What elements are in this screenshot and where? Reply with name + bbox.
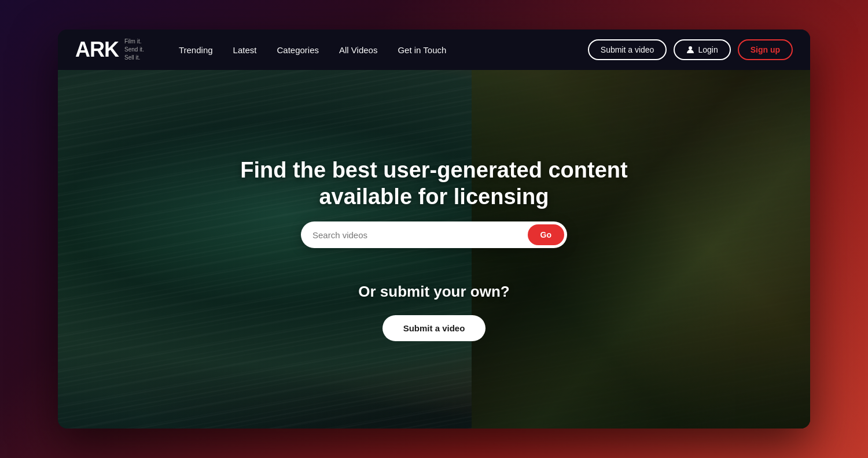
search-go-button[interactable]: Go [528,224,564,245]
svg-point-0 [689,46,692,50]
user-icon [686,46,694,54]
nav-all-videos[interactable]: All Videos [339,45,377,55]
hero-content: Find the best user-generated content ava… [203,157,665,341]
submit-video-hero-button[interactable]: Submit a video [382,315,486,341]
nav-links: Trending Latest Categories All Videos Ge… [179,45,588,55]
nav-trending[interactable]: Trending [179,45,213,55]
search-bar: Go [301,221,567,248]
logo-area: ARK Film it. Send it. Sell it. [75,38,144,62]
hero-section: Find the best user-generated content ava… [58,70,810,429]
nav-categories[interactable]: Categories [277,45,319,55]
hero-title: Find the best user-generated content ava… [203,157,665,210]
logo-tagline: Film it. Send it. Sell it. [124,38,144,62]
screen-wrapper: ARK Film it. Send it. Sell it. Trending … [58,29,810,429]
hero-subtitle: Or submit your own? [358,283,509,301]
login-button[interactable]: Login [674,39,730,60]
logo-ark[interactable]: ARK [75,39,119,60]
nav-actions: Submit a video Login Sign up [588,39,793,60]
navbar: ARK Film it. Send it. Sell it. Trending … [58,29,810,70]
search-input[interactable] [301,222,525,248]
nav-get-in-touch[interactable]: Get in Touch [398,45,446,55]
nav-latest[interactable]: Latest [233,45,257,55]
signup-button[interactable]: Sign up [738,39,793,60]
submit-video-button[interactable]: Submit a video [588,39,667,60]
